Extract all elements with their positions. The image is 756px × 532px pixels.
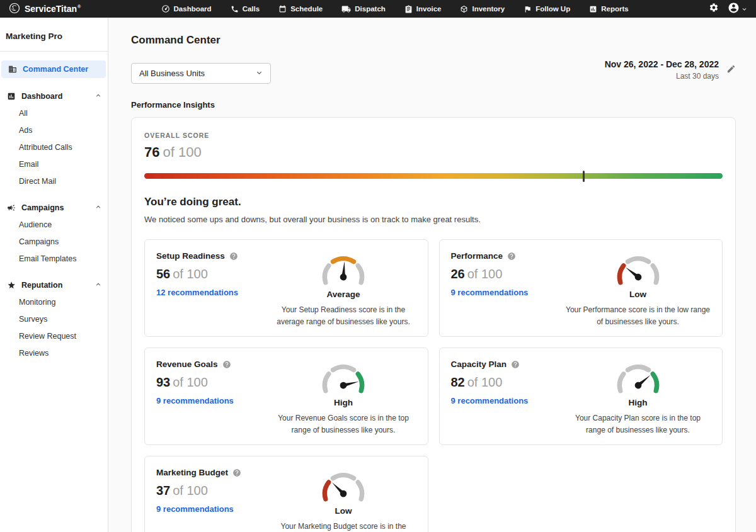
top-nav-items: Dashboard Calls Schedule Dispatch Invoic…: [81, 4, 709, 14]
nav-item-label: Inventory: [472, 5, 505, 13]
sidebar-item-monitoring[interactable]: Monitoring: [0, 294, 108, 310]
overall-score-label: OVERALL SCORE: [144, 132, 723, 139]
sidebar-item-command-center[interactable]: Command Center: [1, 60, 106, 78]
sidebar-item-label: Command Center: [23, 65, 88, 74]
date-range: Nov 26, 2022 - Dec 28, 2022: [605, 59, 719, 69]
sidebar-item-campaigns[interactable]: Campaigns: [0, 234, 108, 250]
performance-insights-label: Performance Insights: [131, 100, 736, 110]
gauge-chart: [318, 468, 369, 503]
chevron-up-icon: [95, 203, 101, 212]
user-menu[interactable]: [728, 2, 747, 16]
brand-name: ServiceTitan: [25, 4, 77, 14]
help-icon[interactable]: [229, 252, 238, 261]
recommendations-link[interactable]: 9 recommendations: [156, 396, 271, 405]
recommendations-link[interactable]: 9 recommendations: [451, 288, 566, 297]
sidebar-section-reputation[interactable]: Reputation: [0, 277, 108, 293]
edit-pencil-icon[interactable]: [726, 64, 736, 76]
speedometer-icon: [161, 4, 170, 13]
gauge-chart: [318, 251, 369, 286]
gauge-chart: [318, 359, 369, 395]
sidebar-item-email-templates[interactable]: Email Templates: [0, 251, 108, 267]
nav-item-dispatch[interactable]: Dispatch: [341, 4, 386, 14]
nav-item-schedule[interactable]: Schedule: [278, 4, 323, 14]
overall-score-max: of 100: [163, 144, 201, 160]
sidebar-section-campaigns[interactable]: Campaigns: [0, 200, 108, 216]
sidebar-item-surveys[interactable]: Surveys: [0, 311, 108, 327]
sidebar-item-review-request[interactable]: Review Request: [0, 328, 108, 344]
nav-item-inventory[interactable]: Inventory: [460, 4, 505, 14]
score-gradient-bar: [144, 173, 723, 179]
gauge-status: High: [334, 398, 353, 407]
nav-item-follow-up[interactable]: Follow Up: [524, 4, 570, 14]
help-icon[interactable]: [511, 360, 520, 369]
sidebar-item-email[interactable]: Email: [0, 156, 108, 173]
performance-insights-panel: OVERALL SCORE 76of 100 You’re doing grea…: [131, 117, 736, 532]
nav-item-calls[interactable]: Calls: [231, 4, 260, 14]
nav-item-label: Schedule: [290, 5, 323, 13]
insight-card-setup-readiness: Setup Readiness 56of 100 12 recommendati…: [144, 239, 428, 337]
nav-item-dashboard[interactable]: Dashboard: [161, 4, 212, 14]
bar-chart-icon: [6, 92, 16, 101]
nav-item-reports[interactable]: Reports: [589, 4, 628, 14]
date-range-block: Nov 26, 2022 - Dec 28, 2022 Last 30 days: [605, 59, 736, 81]
top-nav-actions: [709, 2, 747, 16]
toolbar: All Business Units Nov 26, 2022 - Dec 28…: [131, 63, 736, 84]
insights-message: We noticed some ups and downs, but overa…: [144, 215, 723, 224]
help-icon[interactable]: [507, 252, 516, 261]
card-score-value: 56: [156, 267, 170, 281]
servicetitan-logo-icon: [9, 3, 20, 16]
nav-item-label: Dashboard: [174, 5, 212, 13]
insight-card-marketing-budget: Marketing Budget 37of 100 9 recommendati…: [144, 456, 428, 532]
calendar-icon: [278, 5, 287, 13]
gauge-status: Low: [629, 290, 646, 299]
business-units-value: All Business Units: [139, 69, 205, 78]
card-score-value: 82: [451, 375, 465, 389]
settings-gear-icon[interactable]: [709, 3, 719, 15]
card-title: Revenue Goals: [156, 359, 218, 369]
insight-card-capacity-plan: Capacity Plan 82of 100 9 recommendations: [439, 348, 723, 445]
card-score-max: of 100: [467, 375, 503, 389]
sidebar-title: Marketing Pro: [0, 31, 108, 51]
business-units-select[interactable]: All Business Units: [131, 63, 271, 84]
chevron-down-icon: [742, 3, 747, 14]
card-description: Your Setup Readiness score is in the ave…: [271, 304, 416, 327]
card-score-max: of 100: [173, 375, 208, 389]
servicetitan-logo[interactable]: ServiceTitan®: [9, 3, 81, 16]
sidebar-section-label: Reputation: [21, 281, 89, 290]
bar-chart-icon: [589, 5, 597, 13]
chevron-up-icon: [95, 281, 101, 290]
card-score-max: of 100: [173, 267, 208, 281]
insights-headline: You’re doing great.: [144, 196, 723, 208]
gauge-chart: [612, 251, 664, 286]
sidebar-item-audience[interactable]: Audience: [0, 217, 108, 233]
gauge-status: High: [629, 398, 648, 407]
recommendations-link[interactable]: 12 recommendations: [156, 288, 271, 297]
sidebar-item-all[interactable]: All: [0, 105, 108, 122]
help-icon[interactable]: [232, 468, 241, 477]
insight-card-performance: Performance 26of 100 9 recommendations: [439, 239, 723, 337]
help-icon[interactable]: [222, 360, 231, 369]
card-score-value: 37: [156, 484, 170, 497]
recommendations-link[interactable]: 9 recommendations: [451, 396, 566, 405]
card-score-max: of 100: [467, 267, 503, 281]
card-description: Your Performance score is in the low ran…: [565, 304, 711, 327]
sidebar-item-attributed-calls[interactable]: Attributed Calls: [0, 139, 108, 156]
phone-icon: [231, 5, 239, 13]
chevron-up-icon: [95, 92, 101, 101]
sidebar-item-reviews[interactable]: Reviews: [0, 345, 108, 361]
star-icon: [6, 281, 16, 290]
card-description: Your Marketing Budget score is in the av…: [271, 521, 416, 532]
card-score-value: 26: [451, 267, 465, 281]
gauge-status: Low: [335, 506, 352, 516]
sidebar-item-direct-mail[interactable]: Direct Mail: [0, 173, 108, 190]
card-title: Capacity Plan: [451, 359, 507, 369]
nav-item-invoice[interactable]: Invoice: [404, 4, 442, 14]
date-preset: Last 30 days: [605, 72, 719, 81]
main-content: Command Center All Business Units Nov 26…: [108, 18, 756, 532]
sidebar-section-dashboard[interactable]: Dashboard: [0, 88, 108, 105]
sidebar-section-label: Dashboard: [21, 92, 89, 101]
sidebar-item-ads[interactable]: Ads: [0, 122, 108, 139]
sidebar-section-label: Campaigns: [21, 203, 89, 212]
recommendations-link[interactable]: 9 recommendations: [156, 504, 271, 514]
cube-icon: [460, 5, 468, 13]
